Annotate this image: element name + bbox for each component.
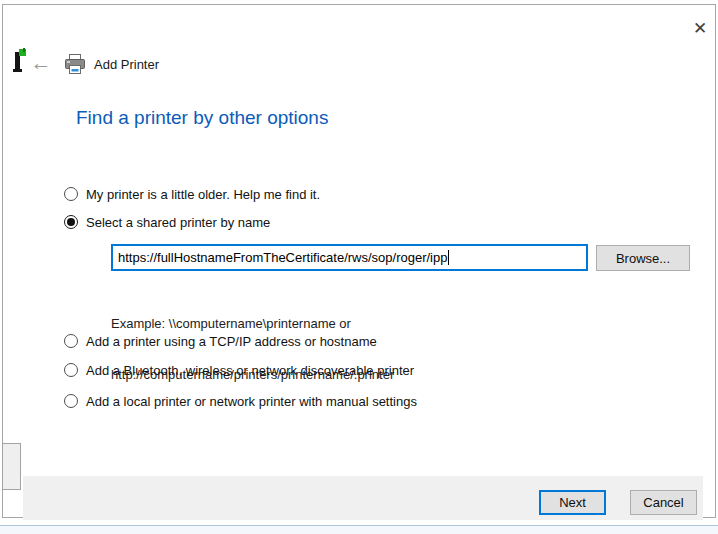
printer-name-input[interactable]: https://fullHostnameFromTheCertificate/r… (111, 244, 588, 271)
close-icon: ✕ (693, 18, 707, 39)
radio-icon[interactable] (64, 334, 78, 348)
printer-name-value: https://fullHostnameFromTheCertificate/r… (118, 250, 447, 265)
radio-option-bluetooth[interactable]: Add a Bluetooth, wireless or network dis… (64, 362, 414, 378)
window-title: Add Printer (94, 57, 159, 72)
background-window-edge (0, 525, 718, 534)
radio-option-shared-printer[interactable]: Select a shared printer by name (64, 214, 270, 230)
back-button[interactable]: ← (28, 50, 54, 76)
radio-icon-selected[interactable] (64, 215, 78, 229)
cancel-button[interactable]: Cancel (630, 490, 697, 515)
printer-icon (63, 53, 87, 80)
close-button[interactable]: ✕ (687, 15, 713, 41)
radio-label: Add a printer using a TCP/IP address or … (86, 334, 377, 349)
radio-option-local-printer[interactable]: Add a local printer or network printer w… (64, 393, 417, 409)
dialog-header: ← Add Printer (3, 47, 715, 81)
back-arrow-icon: ← (31, 51, 52, 75)
radio-label: Add a Bluetooth, wireless or network dis… (86, 363, 414, 378)
screen: ✕ ← (0, 0, 718, 534)
add-printer-dialog: ✕ ← (2, 4, 716, 518)
radio-option-older-printer[interactable]: My printer is a little older. Help me fi… (64, 186, 320, 202)
radio-option-tcpip[interactable]: Add a printer using a TCP/IP address or … (64, 333, 377, 349)
background-window-fragment (2, 443, 21, 490)
page-title: Find a printer by other options (76, 107, 328, 129)
radio-label: Select a shared printer by name (86, 215, 270, 230)
app-flag-icon (11, 48, 27, 80)
radio-icon[interactable] (64, 363, 78, 377)
radio-icon[interactable] (64, 394, 78, 408)
radio-label: Add a local printer or network printer w… (86, 394, 417, 409)
text-caret (448, 250, 449, 265)
radio-label: My printer is a little older. Help me fi… (86, 187, 320, 202)
example-line-1: Example: \\computername\printername or (111, 315, 394, 332)
browse-button[interactable]: Browse... (596, 245, 690, 271)
next-button[interactable]: Next (539, 490, 606, 515)
radio-icon[interactable] (64, 187, 78, 201)
